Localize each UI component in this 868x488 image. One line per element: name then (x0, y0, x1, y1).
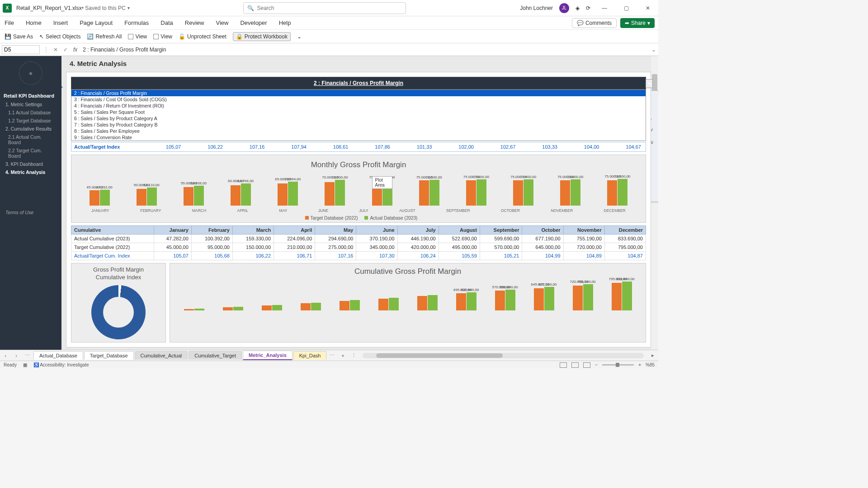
sidebar-item[interactable]: 1.1 Actual Database (0, 108, 61, 117)
dropdown-button[interactable]: ▾ (646, 79, 653, 88)
bar-target (137, 189, 146, 206)
legend-swatch-actual (364, 216, 368, 220)
dropdown-option[interactable]: 3 : Financials / Cost Of Goods Sold (COG… (71, 96, 646, 103)
accept-icon[interactable]: ✓ (61, 47, 71, 53)
tab-formulas[interactable]: Formulas (123, 18, 150, 28)
macro-icon[interactable]: ▦ (23, 362, 27, 367)
tab-nav-next[interactable]: › (11, 353, 22, 358)
view-toggle-1[interactable]: View (128, 33, 147, 40)
sidebar-item[interactable]: 4. Metric Analysis (0, 168, 61, 176)
close-button[interactable]: ✕ (640, 5, 656, 11)
dropdown-option[interactable]: 7 : Sales / Sales by Product Category B (71, 122, 646, 128)
zoom-level[interactable]: %85 (646, 362, 655, 367)
sheet-tab[interactable]: Actual_Database (33, 351, 83, 360)
minimize-button[interactable]: — (597, 5, 612, 11)
tab-developer[interactable]: Developer (239, 18, 268, 28)
normal-view-icon[interactable] (560, 362, 567, 368)
checkbox-icon[interactable] (128, 34, 133, 39)
cumulative-chart[interactable]: Cumulative Gross Profit Margin 495.000,0… (170, 263, 646, 343)
x-tick: NOVEMBER (551, 208, 573, 213)
save-as-button[interactable]: 💾Save As (5, 33, 33, 40)
dropdown-option[interactable]: 2 : Financials / Gross Profit Margin (71, 90, 646, 96)
tab-insert[interactable]: Insert (52, 18, 69, 28)
tab-review[interactable]: Review (184, 18, 205, 28)
table-header: Cumulative (71, 226, 154, 235)
search-input[interactable]: 🔍 Search (243, 2, 406, 14)
sidebar-item[interactable]: 2.1 Actual Cum. Board (0, 133, 61, 146)
tab-help[interactable]: Help (278, 18, 292, 28)
search-icon: 🔍 (247, 5, 254, 11)
protect-workbook-button[interactable]: 🔒Protect Workbook (233, 32, 291, 41)
name-box[interactable] (2, 45, 40, 54)
table-header: July (397, 226, 439, 235)
dropdown-list[interactable]: 2 : Financials / Gross Profit Margin3 : … (71, 89, 646, 141)
checkbox-icon[interactable] (153, 34, 159, 39)
tab-home[interactable]: Home (25, 18, 42, 28)
select-objects-button[interactable]: ↖Select Objects (39, 33, 80, 40)
kpi-dropdown-cell[interactable]: 2 : Financials / Gross Profit Margin ▾ (71, 77, 646, 89)
tab-view[interactable]: View (215, 18, 229, 28)
scroll-right[interactable]: ▸ (647, 352, 658, 358)
index-value: 102,00 (437, 142, 479, 151)
tab-page-layout[interactable]: Page Layout (79, 18, 113, 28)
sheet-tab-active[interactable]: Metric_Analysis (243, 351, 292, 360)
sheet-tab[interactable]: Cumulative_Actual (135, 351, 188, 360)
diamond-icon[interactable]: ◈ (576, 5, 580, 11)
sheet-tab[interactable]: Kpi_Dash (293, 351, 327, 360)
sheet-tab[interactable]: Cumulative_Target (189, 351, 242, 360)
tab-menu[interactable]: ⋮ (348, 352, 359, 358)
index-value: 107,16 (227, 142, 269, 151)
zoom-in-button[interactable]: + (638, 362, 641, 367)
zoom-out-button[interactable]: − (595, 362, 598, 367)
horizontal-scrollbar[interactable] (363, 353, 644, 358)
bar-target (262, 305, 272, 310)
unprotect-sheet-button[interactable]: 🔓Unprotect Sheet (179, 33, 226, 40)
toolbar-overflow[interactable]: ⌄ (297, 33, 302, 40)
refresh-all-button[interactable]: 🔄Refresh All (87, 33, 122, 40)
tab-nav-prev[interactable]: ‹ (0, 353, 11, 358)
terms-link[interactable]: Terms of Use (0, 208, 61, 217)
scrollbar-thumb[interactable] (376, 353, 503, 358)
tab-overflow[interactable]: ⋯ (326, 352, 337, 358)
sidebar-item[interactable]: 3. KPI Dashboard (0, 160, 61, 168)
pending-icon[interactable]: ⟳ (586, 5, 590, 11)
view-toggle-2[interactable]: View (153, 33, 172, 40)
tab-nav-more[interactable]: ⋯ (22, 352, 33, 358)
formula-content[interactable]: 2 : Financials / Gross Profit Margin (80, 47, 649, 53)
dropdown-option[interactable]: 8 : Sales / Sales Per Employee (71, 128, 646, 134)
donut-chart[interactable]: Gross Profit Margin Cumulative Index (71, 263, 166, 343)
fx-icon[interactable]: fx (71, 47, 80, 53)
sidebar-item[interactable]: 1.2 Target Database (0, 117, 61, 125)
sidebar-item[interactable]: 2.2 Target Cum. Board (0, 146, 61, 160)
zoom-slider[interactable] (602, 364, 634, 366)
donut-title-1: Gross Profit Margin (74, 266, 163, 274)
dropdown-option[interactable]: 6 : Sales / Sales by Product Category A (71, 115, 646, 122)
accessibility-status[interactable]: ♿ Accessibility: Investigate (33, 362, 89, 367)
sheet-tab[interactable]: Target_Database (84, 351, 134, 360)
avatar[interactable]: JL (559, 3, 569, 13)
share-button[interactable]: ➦Share ▾ (620, 18, 655, 28)
comments-button[interactable]: 💬Comments (572, 18, 617, 28)
cancel-icon[interactable]: ✕ (51, 47, 61, 53)
page-layout-icon[interactable] (571, 362, 579, 368)
sidebar-item[interactable]: 2. Cumulative Results (0, 125, 61, 133)
page-break-icon[interactable] (583, 362, 590, 368)
user-name[interactable]: John Lochner (520, 5, 553, 11)
maximize-button[interactable]: ▢ (618, 5, 634, 11)
x-tick: JULY (359, 208, 368, 213)
zoom-knob[interactable] (616, 363, 619, 367)
add-sheet-button[interactable]: + (337, 353, 348, 358)
dropdown-option[interactable]: 9 : Sales / Conversion Rate (71, 134, 646, 141)
tab-file[interactable]: File (4, 18, 15, 28)
donut-ring (91, 285, 146, 339)
bar-actual (311, 303, 321, 310)
dropdown-option[interactable]: 4 : Financials / Return Of Investment (R… (71, 103, 646, 109)
tab-data[interactable]: Data (160, 18, 174, 28)
dropdown-option[interactable]: 5 : Sales / Sales Per Square Foot (71, 109, 646, 115)
monthly-chart[interactable]: Monthly Gross Profit Margin 45.000,0047.… (71, 155, 646, 223)
expand-formula-icon[interactable]: ⌄ (649, 47, 658, 53)
table-header: December (604, 226, 646, 235)
table-header: January (154, 226, 191, 235)
sidebar-item[interactable]: 1. Metric Settings (0, 100, 61, 108)
chevron-down-icon[interactable]: ▾ (127, 5, 130, 10)
